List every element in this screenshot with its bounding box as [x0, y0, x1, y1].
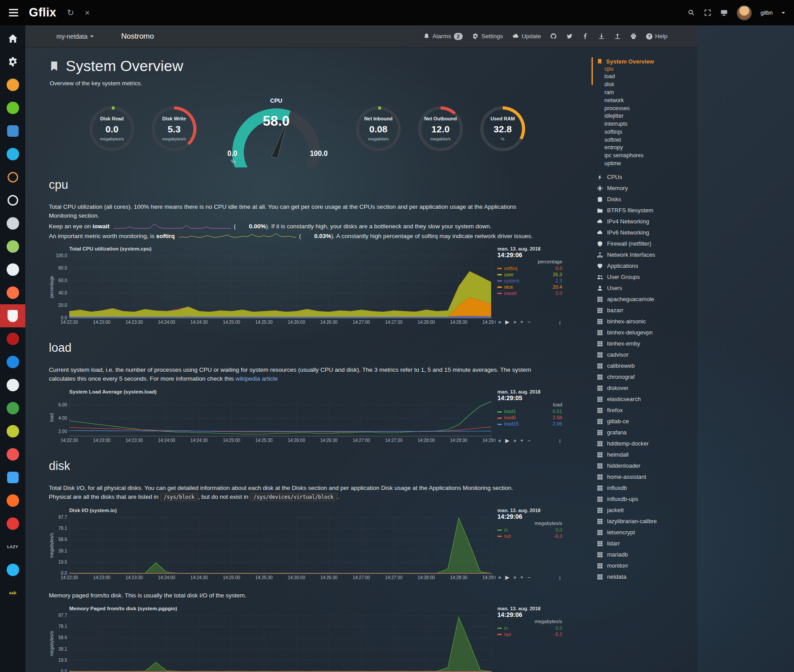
sidebar-app-green-bolt-app[interactable] [0, 235, 25, 258]
zoom-out-icon[interactable]: − [528, 574, 531, 581]
sidebar-app-pills-app[interactable] [0, 443, 25, 466]
sidebar-app-settings[interactable] [0, 50, 25, 73]
alarms-button[interactable]: Alarms 2 [423, 33, 463, 40]
fullscreen-icon[interactable] [704, 9, 711, 16]
rewind-icon[interactable]: « [498, 574, 501, 581]
menu-item-jackett[interactable]: jackett [597, 505, 697, 516]
disk-io-chart[interactable]: Disk I/O (system.io)14:22:3014:23:0014:2… [49, 508, 586, 583]
menu-item-system-overview[interactable]: System Overview [597, 58, 697, 65]
zoom-in-icon[interactable]: + [520, 437, 524, 444]
sidebar-app-orange-app[interactable] [0, 73, 25, 96]
legend-row-in[interactable]: in0.0 [497, 527, 562, 533]
menu-item-disks[interactable]: Disks [597, 194, 697, 205]
menu-item-firefox[interactable]: firefox [597, 405, 697, 416]
resize-handle-icon[interactable]: ↕ [559, 319, 562, 326]
sidebar-app-green-u-app[interactable] [0, 397, 25, 420]
sidebar-app-white-u-app[interactable] [0, 374, 25, 397]
refresh-icon[interactable]: ↻ [67, 8, 74, 17]
menu-item-cadvisor[interactable]: cadvisor [597, 349, 697, 360]
legend-row-user[interactable]: user35.3 [497, 271, 562, 278]
cpu-chart[interactable]: Total CPU utilization (system.cpu)14:22:… [49, 246, 586, 328]
sidebar-app-orange-gear-app[interactable] [0, 281, 25, 304]
zoom-out-icon[interactable]: − [528, 437, 531, 444]
settings-button[interactable]: Settings [472, 33, 503, 40]
load-chart[interactable]: System Load Average (system.load)14:22:3… [49, 389, 586, 446]
chart-plot-area[interactable]: Total CPU utilization (system.cpu)14:22:… [49, 246, 496, 328]
sidebar-app-home[interactable] [0, 27, 25, 50]
legend-row-iowait[interactable]: iowait0.0 [497, 290, 562, 296]
menu-item-ipv4-networking[interactable]: IPv4 Networking [597, 216, 697, 227]
gauge-used-ram[interactable]: Used RAM32.8% [472, 97, 534, 165]
zoom-out-icon[interactable]: − [528, 319, 531, 325]
menu-item-hiddenloader[interactable]: hiddenloader [597, 460, 697, 471]
menu-item-ipv6-networking[interactable]: IPv6 Networking [597, 227, 697, 238]
legend-row-softirq[interactable]: softirq0.0 [497, 265, 562, 271]
menu-item-softirqs[interactable]: softirqs [597, 128, 697, 136]
menu-item-uptime[interactable]: uptime [597, 159, 697, 167]
legend-row-in[interactable]: in0.0 [497, 625, 562, 631]
update-button[interactable]: Update [512, 33, 541, 40]
chart-plot-area[interactable]: Disk I/O (system.io)14:22:3014:23:0014:2… [49, 508, 496, 583]
zoom-in-icon[interactable]: + [520, 319, 524, 325]
menu-item-firewall-netfilter[interactable]: Firewall (netfilter) [597, 238, 697, 249]
sidebar-app-blue-square-app[interactable] [0, 466, 25, 489]
menu-item-bazarr[interactable]: bazarr [597, 305, 697, 316]
menu-item-softnet[interactable]: softnet [597, 136, 697, 144]
menu-item-idlejitter[interactable]: idlejitter [597, 112, 697, 120]
menu-item-apacheguacamole[interactable]: apacheguacamole [597, 294, 697, 305]
menu-item-letsencrypt[interactable]: letsencrypt [597, 527, 697, 538]
help-button[interactable]: ? Help [646, 33, 667, 40]
twitter-icon[interactable] [566, 33, 573, 40]
pgpgio-chart[interactable]: Memory Paged from/to disk (system.pgpgio… [49, 606, 586, 672]
fast-forward-icon[interactable]: » [513, 574, 516, 581]
menu-item-gitlab-ce[interactable]: gitlab-ce [597, 416, 697, 427]
sidebar-app-soundwave-app[interactable] [0, 143, 25, 166]
hamburger-menu-icon[interactable] [9, 9, 18, 16]
chart-canvas[interactable]: 14:22:3014:23:0014:23:3014:24:0014:24:30… [49, 612, 496, 672]
sidebar-app-white-ring-app[interactable] [0, 189, 25, 212]
menu-item-diskover[interactable]: diskover [597, 382, 697, 394]
menu-item-network-interfaces[interactable]: Network Interfaces [597, 249, 697, 260]
legend-row-load5[interactable]: load52.68 [497, 414, 562, 421]
menu-item-disk[interactable]: disk [597, 81, 697, 89]
play-icon[interactable]: ▶ [505, 437, 509, 444]
menu-item-lidarr[interactable]: lidarr [597, 538, 697, 549]
export-icon[interactable] [614, 33, 621, 40]
menu-item-network[interactable]: network [597, 96, 697, 104]
sidebar-app-gray-circle-app[interactable] [0, 212, 25, 235]
menu-item-hddtemp-docker[interactable]: hddtemp-docker [597, 438, 697, 449]
sidebar-app-red-shield-app[interactable] [0, 304, 25, 327]
host-dropdown[interactable]: my-netdata [56, 33, 94, 40]
sidebar-app-search-app[interactable] [0, 166, 25, 189]
close-icon[interactable]: × [85, 8, 90, 17]
rewind-icon[interactable]: « [498, 319, 501, 325]
menu-item-btrfs-filesystem[interactable]: BTRFS filesystem [597, 205, 697, 216]
rewind-icon[interactable]: « [498, 437, 501, 444]
browser-window-icon[interactable] [720, 9, 728, 16]
menu-item-home-assistant[interactable]: home-assistant [597, 471, 697, 482]
chart-canvas[interactable]: 14:22:3014:23:0014:23:3014:24:0014:24:30… [49, 395, 496, 444]
menu-item-ipc-semaphores[interactable]: ipc semaphores [597, 152, 697, 160]
chart-canvas[interactable]: 14:22:3014:23:0014:23:3014:24:0014:24:30… [49, 252, 496, 326]
resize-handle-icon[interactable]: ↕ [559, 437, 562, 444]
menu-item-lazylibrarian-calibre[interactable]: lazylibrarian-calibre [597, 516, 697, 527]
play-icon[interactable]: ▶ [505, 319, 509, 325]
zoom-in-icon[interactable]: + [520, 574, 524, 581]
sidebar-app-blue-drop-app[interactable] [0, 558, 25, 581]
menu-item-binhex-delugevpn[interactable]: binhex-delugevpn [597, 327, 697, 338]
sidebar-app-green-play-app[interactable] [0, 96, 25, 119]
wikipedia-link[interactable]: wikipedia article [235, 375, 278, 382]
fast-forward-icon[interactable]: » [513, 437, 516, 444]
legend-row-out[interactable]: out-5.3 [497, 533, 562, 539]
sidebar-app-sab-app[interactable]: sab [0, 581, 25, 604]
search-icon[interactable] [687, 9, 695, 16]
sidebar-app-blue-grid-app[interactable] [0, 119, 25, 143]
menu-item-cpus[interactable]: CPUs [597, 171, 697, 183]
chart-canvas[interactable]: 14:22:3014:23:0014:23:3014:24:0014:24:30… [49, 514, 496, 581]
sidebar-app-white-x-app[interactable] [0, 258, 25, 281]
sidebar-app-red-arrow-app[interactable] [0, 512, 25, 535]
play-icon[interactable]: ▶ [505, 574, 509, 581]
sidebar-app-lazylibrarian-app[interactable]: LAZY [0, 535, 25, 558]
menu-item-ram[interactable]: ram [597, 88, 697, 96]
gauge-disk-read[interactable]: Disk Read0.0megabytes/s [81, 97, 143, 165]
